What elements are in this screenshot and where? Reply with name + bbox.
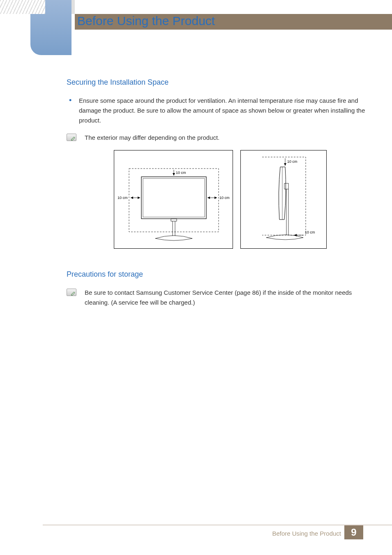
- note-row: Be sure to contact Samsung Customer Serv…: [67, 288, 374, 308]
- svg-marker-9: [131, 197, 133, 199]
- svg-rect-0: [129, 169, 219, 232]
- svg-marker-13: [214, 197, 217, 199]
- footer-chapter-label: Before Using the Product: [272, 530, 341, 537]
- svg-marker-7: [173, 173, 175, 176]
- header-hatch-pattern: [0, 0, 45, 14]
- note-icon: [67, 134, 76, 141]
- svg-rect-2: [143, 178, 205, 217]
- svg-marker-10: [138, 197, 140, 199]
- diagram-front-view: 10 cm 10 cm 10 cm: [114, 150, 233, 249]
- page-number: 9: [344, 525, 363, 539]
- diagram-label-right: 10 cm: [219, 196, 230, 200]
- bullet-text: Ensure some space around the product for…: [79, 96, 374, 125]
- diagram-label-side-top: 10 cm: [287, 160, 297, 164]
- note-row: The exterior may differ depending on the…: [67, 133, 374, 143]
- section-heading-precautions: Precautions for storage: [67, 270, 374, 279]
- note-icon: [67, 289, 76, 296]
- footer-divider: [43, 525, 392, 525]
- page-title: Before Using the Product: [77, 14, 215, 28]
- note-text: The exterior may differ depending on the…: [85, 133, 219, 143]
- svg-rect-3: [171, 219, 177, 221]
- diagram-row: 10 cm 10 cm 10 cm: [67, 150, 374, 249]
- diagram-side-view: 10 cm 10 cm: [240, 150, 327, 249]
- footer: Before Using the Product 9: [0, 525, 392, 539]
- svg-marker-12: [208, 197, 210, 199]
- svg-marker-21: [294, 234, 297, 236]
- bullet-item: • Ensure some space around the product f…: [67, 96, 374, 125]
- section-heading-securing: Securing the Installation Space: [67, 78, 374, 87]
- diagram-label-top: 10 cm: [176, 171, 186, 175]
- svg-marker-19: [284, 163, 286, 166]
- diagram-label-left: 10 cm: [118, 196, 128, 200]
- note-text: Be sure to contact Samsung Customer Serv…: [85, 288, 374, 308]
- svg-rect-15: [284, 183, 288, 189]
- svg-rect-1: [141, 177, 206, 219]
- diagram-label-side-bottom: 10 cm: [305, 230, 315, 234]
- content-area: Securing the Installation Space • Ensure…: [67, 78, 374, 315]
- bullet-marker: •: [67, 96, 79, 125]
